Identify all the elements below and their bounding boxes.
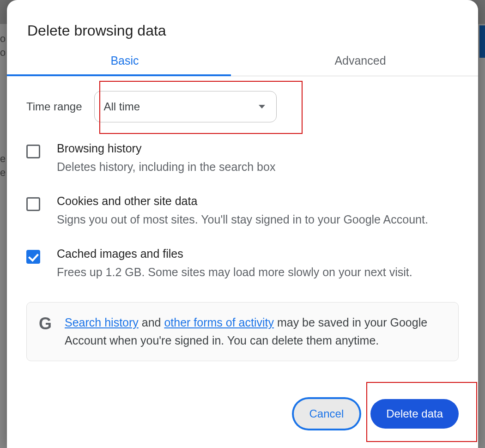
option-desc: Frees up 1.2 GB. Some sites may load mor… — [57, 263, 459, 281]
option-desc: Signs you out of most sites. You'll stay… — [57, 211, 459, 229]
google-g-icon: G — [39, 315, 52, 332]
tab-advanced[interactable]: Advanced — [242, 54, 478, 76]
time-range-value: All time — [104, 100, 140, 113]
time-range-select[interactable]: All time — [94, 91, 277, 122]
time-range-row: Time range All time — [26, 87, 459, 133]
checkbox-cached[interactable] — [26, 250, 40, 264]
option-browsing-history: Browsing history Deletes history, includ… — [26, 133, 459, 186]
tab-basic[interactable]: Basic — [7, 54, 242, 76]
dialog-actions: Cancel Delete data — [294, 399, 459, 429]
bg-text: o — [0, 32, 6, 46]
delete-data-button[interactable]: Delete data — [370, 399, 459, 429]
cancel-button[interactable]: Cancel — [294, 399, 360, 429]
checkbox-cookies[interactable] — [26, 197, 40, 211]
option-title: Cached images and files — [57, 247, 459, 260]
option-desc: Deletes history, including in the search… — [57, 158, 459, 176]
notice-mid: and — [139, 316, 164, 329]
search-history-link[interactable]: Search history — [65, 316, 139, 329]
dialog-body: Time range All time Browsing history Del… — [7, 76, 478, 361]
caret-down-icon — [259, 105, 265, 109]
option-title: Cookies and other site data — [57, 194, 459, 208]
background-chip — [479, 25, 485, 58]
dialog-tabs: Basic Advanced — [7, 54, 478, 76]
option-cookies: Cookies and other site data Signs you ou… — [26, 186, 459, 239]
other-activity-link[interactable]: other forms of activity — [164, 316, 274, 329]
bg-text: o — [0, 46, 6, 60]
delete-browsing-data-dialog: Delete browsing data Basic Advanced Time… — [7, 0, 478, 448]
bg-text: e — [0, 152, 6, 166]
google-account-notice: G Search history and other forms of acti… — [26, 302, 459, 361]
checkbox-browsing-history[interactable] — [26, 145, 40, 158]
bg-text: e — [0, 166, 6, 180]
option-title: Browsing history — [57, 142, 459, 155]
time-range-label: Time range — [26, 100, 82, 113]
notice-text: Search history and other forms of activi… — [65, 314, 446, 350]
option-cached: Cached images and files Frees up 1.2 GB.… — [26, 239, 459, 291]
dialog-title: Delete browsing data — [7, 0, 478, 54]
